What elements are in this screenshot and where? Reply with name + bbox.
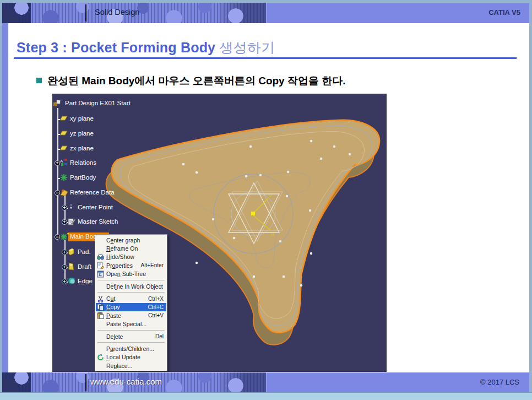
tree-item-label: Center Point xyxy=(78,204,113,210)
tree-item-label: Edge xyxy=(78,278,93,284)
tree-item-label: PartBody xyxy=(70,174,96,181)
menu-item-shortcut: Ctrl+C xyxy=(148,304,164,310)
menu-separator xyxy=(97,292,165,293)
collapse-minus-icon[interactable]: − xyxy=(55,234,60,240)
tree-item-reference-data[interactable]: −Reference Data xyxy=(52,188,387,197)
tree-item-label: xy plane xyxy=(70,115,94,122)
part-icon xyxy=(53,99,62,109)
menu-icon-spacer xyxy=(97,362,106,369)
left-accent-strip xyxy=(2,23,8,372)
menu-item-label: Center graph xyxy=(106,237,166,244)
menu-item-label: Define In Work Object xyxy=(106,283,166,290)
footer-copyright: © 2017 LCS xyxy=(480,378,519,386)
menu-item-center-graph[interactable]: Center graph xyxy=(96,236,166,244)
menu-icon-spacer xyxy=(97,283,106,290)
bullet-square-icon xyxy=(36,78,42,83)
title-underline xyxy=(14,57,517,59)
expand-plus-icon[interactable]: + xyxy=(62,219,67,225)
menu-item-label: Paste xyxy=(106,312,148,319)
menu-icon-spacer xyxy=(97,245,106,252)
reference-icon xyxy=(60,188,68,197)
tree-item-zx-plane[interactable]: zx plane xyxy=(52,144,387,153)
tree-item-label: Master Sketch xyxy=(78,218,118,225)
menu-item-local-update[interactable]: Local Update xyxy=(96,353,166,361)
menu-item-hide-show[interactable]: Hide/Show xyxy=(96,253,166,261)
menu-item-label: Hide/Show xyxy=(106,253,166,260)
catia-screenshot: V H Part Design EX01 Startxy planeyz pla… xyxy=(52,94,387,372)
copy-icon xyxy=(97,304,106,311)
menu-item-shortcut: Ctrl+V xyxy=(148,312,164,318)
tree-guide-line xyxy=(64,240,66,282)
plane-icon xyxy=(60,144,68,152)
page-title-korean: 생성하기 xyxy=(215,40,275,55)
relations-icon: A xyxy=(60,159,68,167)
svg-text:A: A xyxy=(60,159,63,164)
menu-item-label: Paste Special... xyxy=(106,321,166,327)
footer-band: www.edu-catia.com © 2017 LCS xyxy=(2,372,529,392)
menu-item-open-sub-tree[interactable]: Open Sub-Tree xyxy=(96,270,166,278)
tree-item-yz-plane[interactable]: yz plane xyxy=(52,129,387,138)
menu-item-parents-children[interactable]: Parents/Children... xyxy=(96,344,166,353)
slide-border-top xyxy=(0,0,532,3)
context-menu: Center graphReframe OnHide/ShowPropertie… xyxy=(95,234,167,371)
menu-separator xyxy=(97,280,165,280)
menu-item-cut[interactable]: CutCtrl+X xyxy=(96,294,166,302)
menu-separator xyxy=(97,342,165,343)
menu-item-delete[interactable]: DeleteDel xyxy=(96,332,166,340)
tree-item-xy-plane[interactable]: xy plane xyxy=(52,115,387,123)
footer-pattern: www.edu-catia.com xyxy=(2,372,266,392)
menu-item-reframe-on[interactable]: Reframe On xyxy=(96,244,166,252)
expand-plus-icon[interactable]: + xyxy=(55,160,60,166)
menu-item-shortcut: Del xyxy=(155,333,164,339)
header-left-label: Solid Design xyxy=(95,8,139,17)
menu-item-replace[interactable]: Replace... xyxy=(96,361,166,370)
tree-item-center-point[interactable]: +Center Point xyxy=(52,203,387,212)
expand-plus-icon[interactable]: + xyxy=(62,205,67,210)
update-icon xyxy=(97,354,106,361)
menu-item-copy[interactable]: CopyCtrl+C xyxy=(96,303,166,311)
tree-item-relations[interactable]: +ARelations xyxy=(52,159,387,167)
point-icon xyxy=(68,203,74,211)
menu-item-label: Replace... xyxy=(106,363,166,369)
menu-item-label: Open Sub-Tree xyxy=(106,271,166,277)
expand-plus-icon[interactable]: + xyxy=(62,250,67,255)
bullet-row: 완성된 Main Body에서 마우스 오른쪽버튼의 Copy 작업을 한다. xyxy=(36,74,346,88)
gear-plus-icon xyxy=(60,233,69,242)
menu-separator xyxy=(97,330,165,331)
tree-item-label: Pad. xyxy=(78,248,91,255)
footer-site-link[interactable]: www.edu-catia.com xyxy=(90,377,162,386)
tree-item-part-design-ex01-start[interactable]: Part Design EX01 Start xyxy=(52,99,387,108)
collapse-minus-icon[interactable]: − xyxy=(55,190,60,196)
paste-icon xyxy=(97,312,106,319)
tree-item-label: Part Design EX01 Start xyxy=(65,100,131,106)
tree-item-label: yz plane xyxy=(70,130,94,137)
tree-item-partbody[interactable]: PartBody xyxy=(52,174,387,182)
menu-icon-spacer xyxy=(97,333,106,340)
tree-item-master-sketch[interactable]: +Master Sketch xyxy=(52,218,387,226)
menu-icon-spacer xyxy=(97,321,106,328)
tree-item-label: zx plane xyxy=(70,145,94,152)
slide-border-left xyxy=(0,0,2,400)
menu-item-paste-special[interactable]: Paste Special... xyxy=(96,320,166,328)
pad-icon xyxy=(68,248,75,257)
menu-item-label: Copy xyxy=(106,304,148,310)
expand-plus-icon[interactable]: + xyxy=(62,279,67,284)
expand-plus-icon[interactable]: + xyxy=(62,264,67,270)
menu-item-paste[interactable]: PasteCtrl+V xyxy=(96,311,166,320)
slide-border-right xyxy=(529,0,532,400)
tree-item-label: Draft xyxy=(78,263,91,270)
menu-item-label: Reframe On xyxy=(106,245,166,252)
fillet-icon xyxy=(68,277,76,285)
menu-item-define-in-work-object[interactable]: Define In Work Object xyxy=(96,282,166,290)
menu-item-label: Parents/Children... xyxy=(106,345,166,352)
page-title: Step 3 : Pocket Forming Body 생성하기 xyxy=(17,39,275,57)
header-divider xyxy=(85,4,86,21)
menu-item-properties[interactable]: PropertiesAlt+Enter xyxy=(96,261,166,269)
header-band: Solid Design CATIA V5 xyxy=(2,3,529,23)
footer-divider xyxy=(85,374,86,391)
menu-item-label: Properties xyxy=(106,262,141,269)
menu-item-label: Delete xyxy=(106,333,155,340)
header-pattern: Solid Design xyxy=(2,3,266,23)
properties-icon xyxy=(97,262,106,269)
menu-item-shortcut: Ctrl+X xyxy=(148,296,164,302)
